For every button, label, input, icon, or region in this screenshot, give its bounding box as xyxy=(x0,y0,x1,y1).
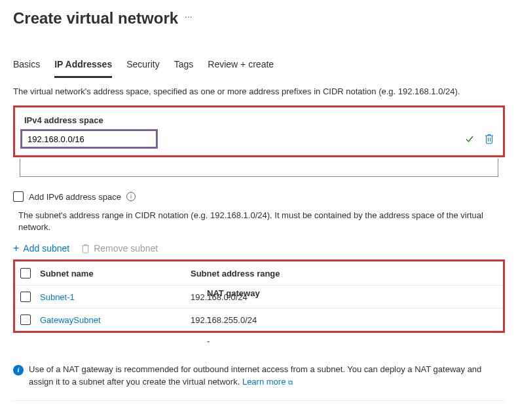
subnet-name-link[interactable]: GatewaySubnet xyxy=(40,315,101,325)
nat-info-banner: i Use of a NAT gateway is recommended fo… xyxy=(13,360,505,401)
subnet-range-value: 192.168.0.0/24 xyxy=(191,292,348,302)
check-icon xyxy=(465,134,474,143)
ipv6-checkbox[interactable] xyxy=(13,191,24,202)
external-link-icon: ⧉ xyxy=(288,379,293,386)
info-icon[interactable]: i xyxy=(126,192,136,201)
trash-icon xyxy=(81,244,90,254)
tab-review-create[interactable]: Review + create xyxy=(208,54,274,78)
ipv4-address-input[interactable] xyxy=(22,130,157,147)
add-address-space-input[interactable] xyxy=(20,159,498,177)
remove-subnet-label: Remove subnet xyxy=(94,243,158,254)
remove-subnet-button: Remove subnet xyxy=(81,243,158,254)
column-subnet-range: Subnet address range xyxy=(191,269,348,278)
tab-tags[interactable]: Tags xyxy=(174,54,194,78)
select-all-checkbox[interactable] xyxy=(20,268,31,278)
page-title: Create virtual network xyxy=(13,9,178,28)
tab-bar: Basics IP Addresses Security Tags Review… xyxy=(0,54,518,79)
add-subnet-label: Add subnet xyxy=(23,243,69,254)
more-actions-icon[interactable]: ··· xyxy=(185,11,193,26)
ipv6-label: Add IPv6 address space xyxy=(29,192,121,202)
info-icon: i xyxy=(13,365,24,375)
row-checkbox[interactable] xyxy=(20,315,31,325)
subnet-description: The subnet's address range in CIDR notat… xyxy=(18,210,500,233)
plus-icon: + xyxy=(13,242,19,254)
subnet-name-link[interactable]: Subnet-1 xyxy=(40,292,75,302)
tab-security[interactable]: Security xyxy=(126,54,160,78)
address-space-description: The virtual network's address space, spe… xyxy=(0,79,518,105)
column-subnet-name: Subnet name xyxy=(40,269,191,278)
row-checkbox[interactable] xyxy=(20,292,31,302)
nat-gateway-value: - xyxy=(207,336,505,346)
nat-gateway-value: - xyxy=(207,312,505,322)
tab-ip-addresses[interactable]: IP Addresses xyxy=(54,54,112,78)
ipv4-section-highlight: IPv4 address space xyxy=(13,105,505,157)
add-subnet-button[interactable]: + Add subnet xyxy=(13,242,69,254)
ipv4-label: IPv4 address space xyxy=(22,113,496,130)
delete-address-button[interactable] xyxy=(482,132,496,146)
learn-more-link[interactable]: Learn more ⧉ xyxy=(242,377,293,387)
tab-basics[interactable]: Basics xyxy=(13,54,40,78)
